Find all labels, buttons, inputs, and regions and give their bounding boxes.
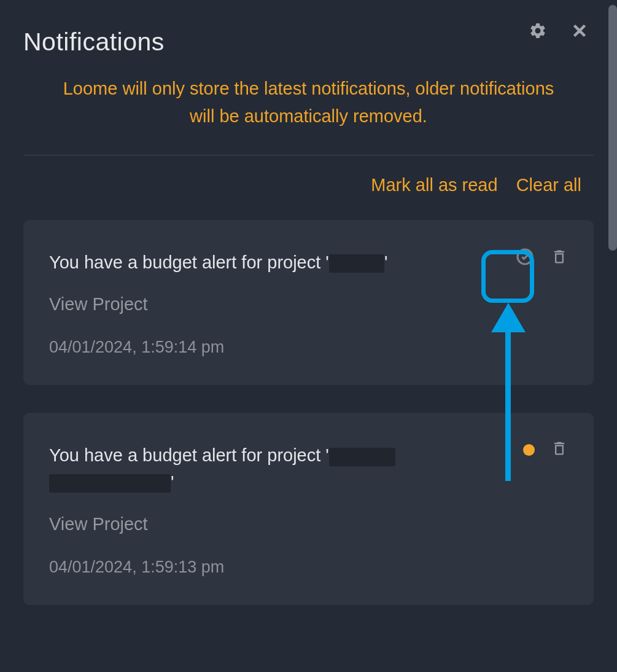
info-banner: Loome will only store the latest notific… xyxy=(23,75,594,130)
notification-text-suffix: ' xyxy=(384,252,388,272)
notification-message: You have a budget alert for project '' xyxy=(49,249,515,276)
bulk-actions: Mark all as read Clear all xyxy=(23,175,594,195)
clear-all-link[interactable]: Clear all xyxy=(516,175,581,195)
view-project-link[interactable]: View Project xyxy=(49,294,148,315)
scrollbar-track[interactable] xyxy=(608,2,617,670)
divider xyxy=(23,155,594,155)
redacted-text xyxy=(49,474,171,493)
notification-controls xyxy=(523,440,568,459)
unread-dot-icon[interactable] xyxy=(523,444,535,456)
redacted-text xyxy=(329,254,384,273)
notification-card: You have a budget alert for project ' ' … xyxy=(23,413,594,605)
header-controls xyxy=(529,21,589,40)
trash-icon[interactable] xyxy=(551,440,568,459)
panel-header: Notifications xyxy=(23,28,594,57)
gear-icon[interactable] xyxy=(529,21,547,40)
notification-row: You have a budget alert for project ' ' xyxy=(49,442,568,496)
notification-timestamp: 04/01/2024, 1:59:14 pm xyxy=(49,338,568,357)
notification-text-suffix: ' xyxy=(171,472,174,492)
notification-message: You have a budget alert for project ' ' xyxy=(49,442,523,496)
notification-card: You have a budget alert for project '' V… xyxy=(23,220,594,386)
notifications-panel: Notifications Loome will only store the … xyxy=(0,0,617,672)
redacted-text xyxy=(329,448,395,466)
notification-row: You have a budget alert for project '' xyxy=(49,249,568,276)
close-icon[interactable] xyxy=(570,21,589,40)
notification-text-prefix: You have a budget alert for project ' xyxy=(49,445,329,465)
page-title: Notifications xyxy=(23,28,165,57)
view-project-link[interactable]: View Project xyxy=(49,514,148,534)
notification-timestamp: 04/01/2024, 1:59:13 pm xyxy=(49,558,568,577)
notification-controls xyxy=(515,247,568,269)
trash-icon[interactable] xyxy=(551,248,568,268)
check-circle-icon[interactable] xyxy=(515,247,535,269)
notification-text-prefix: You have a budget alert for project ' xyxy=(49,252,329,272)
mark-all-read-link[interactable]: Mark all as read xyxy=(371,175,497,195)
scrollbar-thumb[interactable] xyxy=(608,5,617,251)
